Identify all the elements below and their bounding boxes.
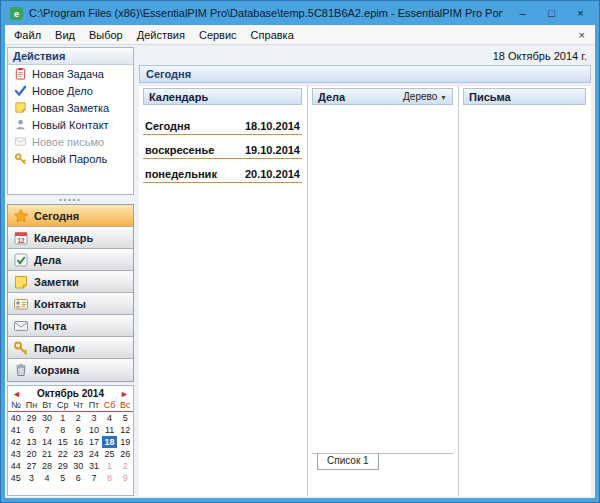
week-number: 45: [8, 472, 24, 484]
day-cell[interactable]: 27: [24, 460, 40, 472]
day-cell[interactable]: 14: [39, 436, 55, 448]
tree-view-dropdown[interactable]: Дерево ▼: [403, 91, 447, 102]
day-group-date: 19.10.2014: [245, 144, 300, 156]
calendar-column-header: Календарь: [143, 88, 302, 105]
day-cell[interactable]: 4: [39, 472, 55, 484]
sidebar: Действия Новая ЗадачаНовое ДелоНовая Зам…: [7, 47, 134, 496]
minimize-button[interactable]: –: [508, 1, 537, 25]
day-cell[interactable]: 8: [55, 424, 71, 436]
week-number: 41: [8, 424, 24, 436]
action-new-note[interactable]: Новая Заметка: [8, 99, 133, 116]
star-icon: [13, 208, 29, 224]
day-header: Вс: [117, 400, 133, 412]
action-label: Новая Заметка: [32, 102, 109, 114]
day-group-date: 18.10.2014: [245, 120, 300, 132]
day-cell[interactable]: 25: [102, 448, 118, 460]
nav-todos[interactable]: Дела: [8, 249, 133, 271]
day-cell[interactable]: 15: [55, 436, 71, 448]
day-cell[interactable]: 7: [86, 472, 102, 484]
menu-actions[interactable]: Действия: [130, 27, 192, 43]
nav-calendar[interactable]: 12Календарь: [8, 227, 133, 249]
day-cell[interactable]: 20: [24, 448, 40, 460]
nav-today[interactable]: Сегодня: [8, 205, 133, 227]
nav-label: Дела: [34, 254, 61, 266]
next-month-icon[interactable]: ►: [115, 389, 129, 399]
day-cell[interactable]: 4: [102, 412, 118, 424]
day-cell[interactable]: 1: [55, 412, 71, 424]
day-cell[interactable]: 9: [117, 472, 133, 484]
mini-calendar-week-row: 40293012345: [8, 412, 133, 424]
mini-calendar-grid: №ПнВтСрЧтПтСбВс4029301234541678910111242…: [8, 400, 133, 484]
day-header: Ср: [55, 400, 71, 412]
nav-label: Заметки: [34, 276, 79, 288]
calendar-column: Календарь Сегодня18.10.2014воскресенье19…: [139, 86, 307, 496]
day-cell[interactable]: 3: [24, 472, 40, 484]
day-cell[interactable]: 31: [86, 460, 102, 472]
day-header: Вт: [39, 400, 55, 412]
day-cell[interactable]: 21: [39, 448, 55, 460]
prev-month-icon[interactable]: ◄: [12, 389, 26, 399]
day-cell[interactable]: 5: [117, 412, 133, 424]
todos-tabbar: Список 1: [312, 453, 453, 470]
day-cell[interactable]: 12: [117, 424, 133, 436]
key-icon: [14, 152, 27, 165]
day-cell[interactable]: 29: [55, 460, 71, 472]
day-cell[interactable]: 2: [117, 460, 133, 472]
day-cell[interactable]: 28: [39, 460, 55, 472]
window-controls: – □ ×: [508, 1, 595, 25]
sidebar-splitter[interactable]: •••••: [7, 195, 134, 204]
menu-service[interactable]: Сервис: [192, 27, 244, 43]
card-icon: [13, 296, 29, 312]
day-cell[interactable]: 13: [24, 436, 40, 448]
day-cell[interactable]: 26: [117, 448, 133, 460]
day-cell[interactable]: 16: [71, 436, 87, 448]
menu-file[interactable]: Файл: [7, 27, 48, 43]
day-cell[interactable]: 1: [102, 460, 118, 472]
day-cell[interactable]: 8: [102, 472, 118, 484]
day-cell[interactable]: 6: [71, 472, 87, 484]
mail-icon: [14, 135, 27, 148]
action-new-contact[interactable]: Новый Контакт: [8, 116, 133, 133]
day-group-row: понедельник20.10.2014: [143, 159, 302, 183]
mini-calendar-week-row: 44272829303112: [8, 460, 133, 472]
day-cell[interactable]: 22: [55, 448, 71, 460]
day-cell[interactable]: 24: [86, 448, 102, 460]
nav-mail[interactable]: Почта: [8, 315, 133, 337]
day-cell[interactable]: 11: [102, 424, 118, 436]
menu-help[interactable]: Справка: [244, 27, 301, 43]
day-cell[interactable]: 17: [86, 436, 102, 448]
day-cell[interactable]: 2: [71, 412, 87, 424]
nav-passwords[interactable]: Пароли: [8, 337, 133, 359]
mini-calendar-title[interactable]: Октябрь 2014: [26, 388, 115, 399]
document-close-icon[interactable]: ×: [571, 28, 593, 42]
todos-list-body[interactable]: [312, 105, 453, 453]
action-new-task[interactable]: Новая Задача: [8, 65, 133, 82]
splitter-grip-icon: •••••: [59, 198, 81, 202]
day-cell[interactable]: 23: [71, 448, 87, 460]
day-cell[interactable]: 19: [117, 436, 133, 448]
action-new-password[interactable]: Новый Пароль: [8, 150, 133, 167]
action-new-todo[interactable]: Новое Дело: [8, 82, 133, 99]
nav-notes[interactable]: Заметки: [8, 271, 133, 293]
day-cell[interactable]: 7: [39, 424, 55, 436]
day-cell[interactable]: 9: [71, 424, 87, 436]
menu-view[interactable]: Вид: [48, 27, 82, 43]
close-button[interactable]: ×: [566, 1, 595, 25]
day-cell[interactable]: 10: [86, 424, 102, 436]
day-cell[interactable]: 6: [24, 424, 40, 436]
day-cell[interactable]: 30: [71, 460, 87, 472]
todos-column-title: Дела: [318, 91, 345, 103]
day-cell[interactable]: 30: [39, 412, 55, 424]
menu-selection[interactable]: Выбор: [82, 27, 130, 43]
maximize-button[interactable]: □: [537, 1, 566, 25]
day-cell[interactable]: 5: [55, 472, 71, 484]
nav-contacts[interactable]: Контакты: [8, 293, 133, 315]
day-header: Сб: [102, 400, 118, 412]
day-cell[interactable]: 29: [24, 412, 40, 424]
nav-trash[interactable]: Корзина: [8, 359, 133, 381]
todo-list-tab[interactable]: Список 1: [317, 454, 379, 470]
day-header: Пт: [86, 400, 102, 412]
main-area: 18 Октябрь 2014 г. Сегодня Календарь Сег…: [137, 47, 593, 496]
day-cell[interactable]: 3: [86, 412, 102, 424]
day-cell-today[interactable]: 18: [102, 436, 118, 448]
